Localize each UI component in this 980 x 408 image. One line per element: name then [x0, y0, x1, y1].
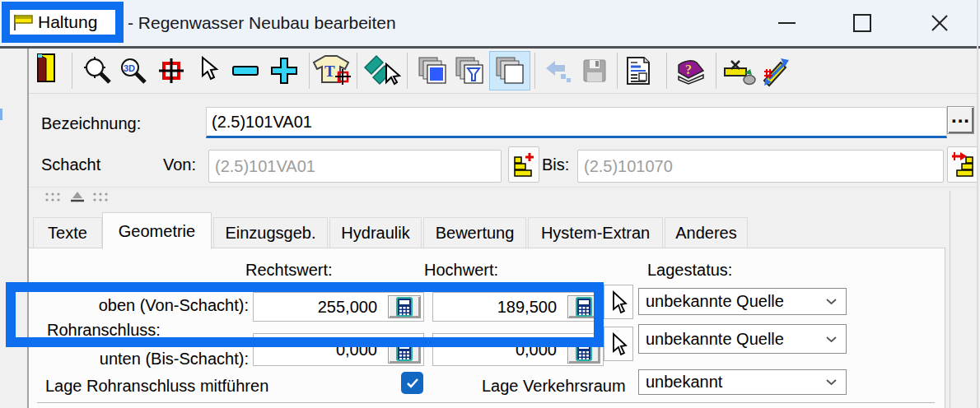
schacht-von-pick-button[interactable]	[508, 146, 539, 183]
toolbar-separator	[716, 53, 716, 89]
shaft-add-icon	[511, 150, 536, 179]
oben-hochwert-input[interactable]: 189,500	[432, 292, 604, 322]
edit-pipe-icon	[723, 57, 758, 86]
bezeichnung-input[interactable]: (2.5)101VA01	[206, 107, 947, 138]
lage-verkehrsraum-label: Lage Verkehrsraum	[482, 377, 626, 396]
form-bottom-divider	[29, 187, 977, 188]
toolbar-separator	[309, 53, 310, 89]
tab-einzugsgebiet[interactable]: Einzugsgeb.	[213, 217, 328, 248]
unten-hochwert-input[interactable]: 0,000	[432, 333, 604, 366]
window-title: - Regenwasser Neubau bearbeiten	[128, 0, 396, 46]
calculator-icon	[396, 341, 413, 361]
save-floppy-icon	[582, 58, 607, 83]
splitter-handle[interactable]	[45, 191, 110, 206]
cursor-arrow-icon	[609, 332, 628, 355]
zoom-button[interactable]	[83, 56, 113, 86]
zoom-in-button[interactable]	[270, 57, 298, 85]
schacht-bis-pick-button[interactable]	[947, 146, 978, 183]
layers-filter-button[interactable]	[455, 56, 484, 86]
flip-pipe-direction-icon	[759, 56, 794, 89]
undo-icon	[544, 59, 572, 82]
bezeichnung-browse-button[interactable]: ...	[947, 106, 974, 134]
tab-geometrie[interactable]: Geometrie	[102, 212, 212, 249]
tab-label: Einzugsgeb.	[225, 224, 315, 243]
tab-hystem-extran[interactable]: Hystem-Extran	[528, 217, 663, 248]
calculator-icon	[576, 297, 592, 317]
select-pipe-icon	[363, 54, 401, 87]
unten-rechtswert-value: 0,000	[336, 341, 377, 359]
crosshair-button[interactable]	[157, 57, 185, 85]
rohranschluss-label: Rohranschluss:	[47, 321, 161, 340]
minimize-button[interactable]	[768, 0, 805, 46]
schacht-von-input[interactable]: (2.5)101VA01	[208, 150, 502, 183]
svg-text:T: T	[324, 63, 335, 80]
toolbar-separator	[617, 53, 618, 89]
select-pipe-button[interactable]	[363, 54, 401, 87]
oben-rechtswert-input[interactable]: 255,000	[253, 292, 424, 322]
crosshair-target-icon	[157, 57, 185, 85]
right-margin-line	[950, 191, 950, 408]
verkehrsraum-dropdown[interactable]: unbekannt	[638, 369, 847, 395]
report-document-icon	[626, 56, 651, 86]
close-icon	[931, 14, 949, 32]
report-button[interactable]	[626, 56, 651, 86]
exit-door-icon	[35, 53, 58, 84]
lage-mitfuehren-label: Lage Rohranschluss mitführen	[45, 377, 268, 396]
oben-lagestatus-dropdown[interactable]: unbekannte Quelle	[638, 288, 847, 315]
select-button[interactable]	[198, 56, 219, 81]
minus-icon	[231, 65, 259, 76]
zoom-3d-button[interactable]: 3D	[119, 56, 148, 86]
tab-hydraulik[interactable]: Hydraulik	[329, 217, 422, 248]
left-edge-mark	[0, 109, 2, 120]
layers-view-button[interactable]	[489, 51, 530, 90]
unten-rechtswert-calc-button[interactable]	[388, 339, 421, 364]
unten-pick-point-button[interactable]	[604, 327, 633, 361]
layers-view-icon	[495, 56, 525, 86]
tab-label: Anderes	[675, 224, 737, 243]
text-style-button[interactable]: T	[312, 54, 352, 87]
lage-mitfuehren-checkbox[interactable]	[401, 372, 423, 394]
close-button[interactable]	[921, 0, 959, 46]
unten-rechtswert-input[interactable]: 0,000	[253, 333, 424, 366]
maximize-button[interactable]	[843, 0, 881, 46]
schacht-bis-value: (2.5)101070	[584, 157, 673, 176]
toolbar-separator	[534, 53, 535, 89]
flip-direction-button[interactable]	[759, 56, 794, 89]
schacht-label: Schacht	[41, 155, 100, 174]
unten-hochwert-calc-button[interactable]	[567, 339, 600, 364]
tab-texte[interactable]: Texte	[33, 217, 102, 248]
maximize-icon	[853, 14, 871, 32]
oben-pick-point-button[interactable]	[604, 285, 633, 319]
help-book-icon: ?	[675, 58, 707, 85]
oben-rechtswert-calc-button[interactable]	[388, 295, 421, 318]
save-button[interactable]	[582, 58, 607, 83]
annotation-box-title: Haltung	[2, 2, 124, 43]
svg-text:?: ?	[685, 63, 692, 76]
exit-button[interactable]	[35, 53, 58, 84]
window-right-edge	[977, 0, 978, 408]
help-button[interactable]: ?	[675, 58, 707, 85]
cursor-arrow-icon	[198, 56, 219, 81]
bezeichnung-label: Bezeichnung:	[41, 114, 141, 133]
svg-text:3D: 3D	[124, 63, 135, 73]
undo-button[interactable]	[544, 59, 572, 82]
verkehrsraum-value: unbekannt	[646, 373, 722, 392]
unten-label: unten (Bis-Schacht):	[49, 350, 249, 369]
oben-label: oben (Von-Schacht):	[49, 296, 249, 315]
layers-copy-button[interactable]	[418, 56, 447, 86]
zoom-out-button[interactable]	[231, 65, 259, 76]
oben-lagestatus-value: unbekannte Quelle	[646, 292, 784, 311]
cursor-arrow-icon	[609, 290, 628, 313]
tab-anderes[interactable]: Anderes	[665, 217, 748, 248]
toolbar-separator	[407, 53, 408, 89]
tab-label: Bewertung	[436, 224, 515, 243]
tab-label: Hydraulik	[341, 224, 409, 243]
edit-pipe-button[interactable]	[723, 57, 758, 86]
bezeichnung-value: (2.5)101VA01	[212, 113, 312, 132]
layers-filter-icon	[455, 56, 484, 86]
unten-lagestatus-dropdown[interactable]: unbekannte Quelle	[638, 324, 847, 354]
tab-bewertung[interactable]: Bewertung	[423, 217, 526, 248]
schacht-bis-input[interactable]: (2.5)101070	[577, 150, 944, 183]
oben-hochwert-calc-button[interactable]	[567, 295, 600, 318]
schacht-von-value: (2.5)101VA01	[215, 157, 315, 176]
